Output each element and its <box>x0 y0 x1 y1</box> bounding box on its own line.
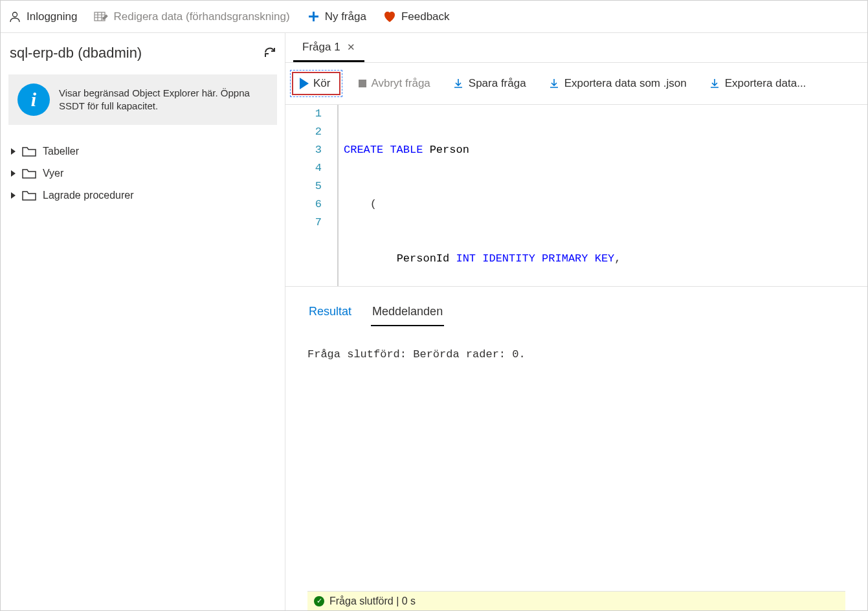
folder-icon <box>22 190 36 201</box>
folder-icon <box>22 168 36 179</box>
success-icon: ✓ <box>314 596 324 606</box>
results-panel: Resultat Meddelanden Fråga slutförd: Ber… <box>285 286 867 610</box>
close-icon[interactable]: ✕ <box>347 41 355 53</box>
folder-icon <box>22 146 36 157</box>
db-header: sql-erp-db (dbadmin) <box>8 42 277 61</box>
heart-icon <box>383 11 396 23</box>
db-title: sql-erp-db (dbadmin) <box>10 45 142 61</box>
refresh-button[interactable] <box>263 45 277 61</box>
object-explorer-sidebar: sql-erp-db (dbadmin) Visar begränsad Obj… <box>1 33 285 610</box>
object-tree: Tabeller Vyer Lagrade procedurer <box>8 140 277 206</box>
tree-label: Lagrade procedurer <box>43 190 134 201</box>
results-tab-results[interactable]: Resultat <box>307 300 353 326</box>
query-tabs: Fråga 1 ✕ <box>285 33 867 63</box>
download-icon <box>709 78 720 89</box>
cancel-query-button: Avbryt fråga <box>355 75 434 92</box>
tab-label: Fråga 1 <box>302 41 340 54</box>
tree-item-tables[interactable]: Tabeller <box>8 140 277 162</box>
plus-icon <box>307 10 320 23</box>
edit-data-button[interactable]: Redigera data (förhandsgranskning) <box>94 10 289 23</box>
person-icon <box>8 10 21 23</box>
results-tab-messages[interactable]: Meddelanden <box>371 300 444 326</box>
status-bar: ✓ Fråga slutförd | 0 s <box>307 591 845 610</box>
messages-output: Fråga slutförd: Berörda rader: 0. <box>307 326 845 591</box>
save-label: Spara fråga <box>469 77 526 90</box>
results-tabs: Resultat Meddelanden <box>307 300 845 326</box>
status-text: Fråga slutförd | 0 s <box>329 595 416 607</box>
feedback-button[interactable]: Feedback <box>383 10 450 23</box>
tree-label: Vyer <box>43 168 63 179</box>
edit-data-label: Redigera data (förhandsgranskning) <box>113 10 289 23</box>
info-text: Visar begränsad Object Explorer här. Öpp… <box>59 87 265 113</box>
run-button[interactable]: Kör <box>292 72 340 95</box>
table-edit-icon <box>94 10 108 23</box>
info-icon <box>17 83 50 116</box>
tree-label: Tabeller <box>43 146 79 157</box>
play-icon <box>300 78 309 89</box>
code-ruler <box>337 105 339 286</box>
export-more-button[interactable]: Exportera data... <box>705 75 810 92</box>
refresh-icon <box>263 45 277 60</box>
login-label: Inloggning <box>27 10 77 23</box>
login-button[interactable]: Inloggning <box>8 10 77 23</box>
tab-query-1[interactable]: Fråga 1 ✕ <box>293 34 364 62</box>
top-toolbar: Inloggning Redigera data (förhandsgransk… <box>1 1 867 33</box>
export-json-label: Exportera data som .json <box>564 77 687 90</box>
run-label: Kör <box>313 77 330 90</box>
tree-item-sprocs[interactable]: Lagrade procedurer <box>8 184 277 206</box>
line-gutter: 1234567 <box>285 105 337 286</box>
save-query-button[interactable]: Spara fråga <box>449 75 530 92</box>
code-content[interactable]: CREATE TABLE Person ( PersonId INT IDENT… <box>340 105 867 286</box>
download-icon <box>548 78 560 89</box>
editor-area: Fråga 1 ✕ Kör Avbryt fråga Spara fråga E… <box>285 33 867 610</box>
stop-icon <box>359 80 366 87</box>
chevron-right-icon <box>11 192 16 199</box>
feedback-label: Feedback <box>401 10 450 23</box>
export-json-button[interactable]: Exportera data som .json <box>544 75 691 92</box>
export-more-label: Exportera data... <box>725 77 807 90</box>
chevron-right-icon <box>11 170 16 177</box>
sql-editor[interactable]: 1234567 CREATE TABLE Person ( PersonId I… <box>285 105 867 286</box>
tree-item-views[interactable]: Vyer <box>8 162 277 184</box>
cancel-label: Avbryt fråga <box>371 77 430 90</box>
chevron-right-icon <box>11 148 16 155</box>
message-line: Fråga slutförd: Berörda rader: 0. <box>307 348 526 361</box>
download-icon <box>452 78 464 89</box>
new-query-label: Ny fråga <box>325 10 366 23</box>
svg-point-0 <box>13 12 17 17</box>
new-query-button[interactable]: Ny fråga <box>307 10 366 23</box>
info-banner: Visar begränsad Object Explorer här. Öpp… <box>8 74 277 125</box>
query-toolbar: Kör Avbryt fråga Spara fråga Exportera d… <box>285 63 867 105</box>
